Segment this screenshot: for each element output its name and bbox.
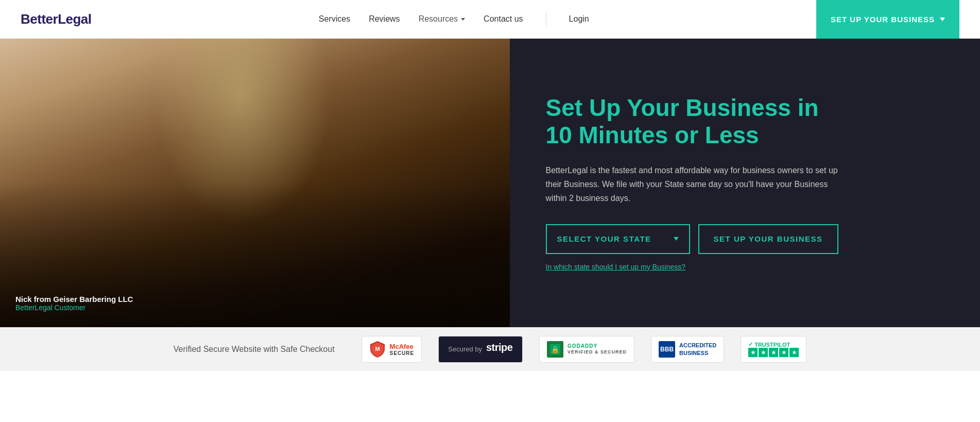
star-2: ★ [759, 348, 768, 357]
state-helper-link[interactable]: In which state should I set up my Busine… [546, 263, 686, 271]
mcafee-brand: McAfee [390, 343, 415, 350]
hero-image: Nick from Geiser Barbering LLC BetterLeg… [0, 39, 510, 327]
hero-copy: Set Up Your Business in 10 Minutes or Le… [546, 94, 845, 271]
hero-title: Set Up Your Business in 10 Minutes or Le… [546, 94, 845, 149]
hero-content: Set Up Your Business in 10 Minutes or Le… [510, 39, 980, 327]
mcafee-text: McAfee SECURE [390, 343, 415, 356]
star-4: ★ [779, 348, 788, 357]
hero-description: BetterLegal is the fastest and most affo… [546, 163, 845, 206]
nav-contact[interactable]: Contact us [484, 14, 523, 24]
stripe-logo: stripe [486, 342, 513, 357]
svg-text:M: M [375, 346, 380, 352]
caption-name: Nick from Geiser Barbering LLC [15, 295, 133, 303]
header-cta-button[interactable]: SET UP YOUR BUSINESS [816, 0, 959, 39]
star-1: ★ [748, 348, 758, 357]
hero-section: Nick from Geiser Barbering LLC BetterLeg… [0, 39, 980, 327]
logo[interactable]: BetterLegal [21, 11, 92, 27]
godaddy-icon: 🔒 [547, 341, 563, 358]
svg-text:🔒: 🔒 [551, 345, 560, 354]
caption-subtitle: BetterLegal Customer [15, 303, 133, 312]
bbb-accredited: ACCREDITED [679, 342, 716, 349]
godaddy-text-block: GODADDY VERIFIED & SECURED [568, 343, 627, 356]
bbb-badge: BBB ACCREDITED BUSINESS [651, 336, 724, 363]
trustpilot-check: ✓ TRUSTPILOT [748, 341, 799, 348]
svg-text:stripe: stripe [486, 342, 513, 353]
stripe-prefix: Secured by [448, 345, 482, 353]
resources-chevron-icon [461, 18, 465, 21]
state-chevron-icon [674, 237, 679, 241]
godaddy-verified: VERIFIED & SECURED [568, 349, 627, 356]
hero-caption: Nick from Geiser Barbering LLC BetterLeg… [15, 295, 133, 312]
bbb-text-block: ACCREDITED BUSINESS [679, 342, 716, 357]
trustpilot-stars: ★ ★ ★ ★ ★ [748, 348, 799, 357]
cta-chevron-icon [940, 18, 945, 21]
hero-photo [0, 39, 510, 327]
nav-reviews[interactable]: Reviews [369, 14, 400, 24]
trust-bar: Verified Secure Website with Safe Checko… [0, 327, 980, 371]
nav-divider [546, 12, 546, 26]
mcafee-badge: M McAfee SECURE [362, 336, 422, 363]
nav-services[interactable]: Services [319, 14, 350, 24]
nav-resources[interactable]: Resources [419, 14, 465, 24]
trustpilot-label-block: ✓ TRUSTPILOT ★ ★ ★ ★ ★ [748, 341, 799, 357]
mcafee-shield-icon: M [369, 340, 386, 359]
main-nav: Services Reviews Resources Contact us Lo… [319, 12, 589, 26]
star-5: ★ [789, 348, 799, 357]
mcafee-sub: SECURE [390, 350, 415, 356]
trustpilot-badge: ✓ TRUSTPILOT ★ ★ ★ ★ ★ [741, 336, 806, 363]
header: BetterLegal Services Reviews Resources C… [0, 0, 980, 39]
godaddy-brand: GODADDY [568, 343, 627, 349]
godaddy-shield-icon: 🔒 [550, 344, 560, 355]
stripe-wordmark: stripe [486, 342, 513, 353]
bbb-business: BUSINESS [679, 349, 716, 357]
star-3: ★ [769, 348, 778, 357]
login-button[interactable]: Login [569, 14, 589, 24]
bbb-icon: BBB [659, 341, 675, 358]
trust-text: Verified Secure Website with Safe Checko… [174, 345, 335, 354]
state-select-button[interactable]: SELECT YOUR STATE [546, 224, 690, 254]
stripe-badge: Secured by stripe [438, 336, 523, 363]
setup-business-button[interactable]: SET UP YOUR BUSINESS [698, 224, 838, 254]
hero-actions: SELECT YOUR STATE SET UP YOUR BUSINESS [546, 224, 845, 254]
godaddy-badge: 🔒 GODADDY VERIFIED & SECURED [539, 336, 634, 363]
